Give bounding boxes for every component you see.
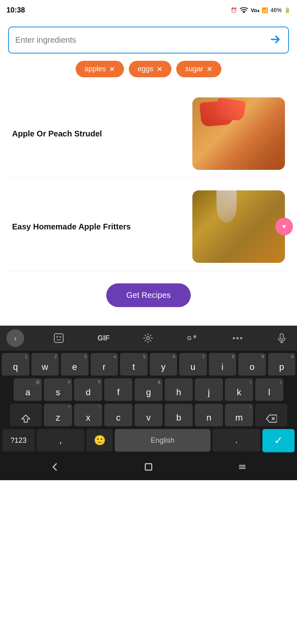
key-d[interactable]: ₹d [74,378,102,402]
key-g[interactable]: &g [134,378,163,402]
svg-rect-11 [145,464,152,470]
nav-home-button[interactable] [135,457,162,479]
key-t[interactable]: 5t [120,353,148,376]
key-n[interactable]: n [195,404,223,427]
get-recipes-button[interactable]: Get Recipes [106,283,191,307]
key-c[interactable]: c [104,404,132,427]
nav-back-icon [49,461,60,473]
key-m[interactable]: !m [225,404,253,427]
key-b[interactable]: b [165,404,193,427]
keyboard-translate-button[interactable]: G [183,330,203,346]
key-row-2: @a #s ₹d -f &g h j (k )l [2,378,295,402]
key-o[interactable]: 9o [238,353,266,376]
key-rows: 1q 2w 3e 4r 5t 6y 7u 8i 9o 0p @a #s ₹d -… [0,351,297,456]
fritters-image-placeholder [192,190,285,263]
svg-point-4 [147,337,150,340]
key-space[interactable]: English [115,429,210,452]
key-k[interactable]: (k [225,378,253,402]
floating-action-button[interactable]: ♥ [275,218,293,235]
tag-apples[interactable]: apples ✕ [76,61,124,77]
key-p[interactable]: 0p [268,353,296,376]
key-row-bottom: ?123 , 🙂 English . ✓ [2,429,295,452]
search-input[interactable] [15,35,269,45]
shift-icon [21,414,31,423]
key-x[interactable]: "x [74,404,102,427]
status-icons: ⏰ Vo₄ 📶 46% 🔋 [231,6,291,14]
key-e[interactable]: 3e [61,353,89,376]
nav-recent-icon [237,461,248,473]
backspace-icon [266,414,277,423]
recipe-card-2[interactable]: Easy Homemade Apple Fritters ♥ [8,182,289,271]
key-q[interactable]: 1q [2,353,29,376]
key-j[interactable]: j [195,378,223,402]
key-shift[interactable] [10,404,42,427]
gear-icon [143,333,153,343]
key-emoji[interactable]: 🙂 [87,429,113,452]
key-num-sym[interactable]: ?123 [2,429,35,452]
tag-eggs-label: eggs [138,65,153,73]
battery-text: 46% [270,7,282,13]
microphone-icon [277,333,287,343]
tag-sugar-label: sugar [185,65,203,73]
key-row-3: *z "x c v b n !m [2,404,295,427]
keyboard-emoji-panel-button[interactable] [50,330,68,346]
svg-point-0 [243,12,245,12]
key-f[interactable]: -f [104,378,132,402]
svg-rect-6 [280,334,283,339]
recipe-title-1: Apple Or Peach Strudel [12,128,102,139]
nav-home-icon [143,461,154,473]
app-content: apples ✕ eggs ✕ sugar ✕ Apple Or Peach S… [0,20,297,326]
tag-sugar[interactable]: sugar ✕ [176,61,221,77]
key-s[interactable]: #s [44,378,72,402]
key-h[interactable]: h [165,378,193,402]
tag-sugar-remove[interactable]: ✕ [206,66,212,73]
keyboard-toolbar: ‹ GIF G ••• [0,326,297,351]
translate-icon: G [187,333,199,343]
key-backspace[interactable] [255,404,287,427]
keyboard-back-button[interactable]: ‹ [6,329,24,347]
tag-apples-label: apples [85,65,106,73]
key-u[interactable]: 7u [179,353,207,376]
key-v[interactable]: v [134,404,163,427]
key-row-1: 1q 2w 3e 4r 5t 6y 7u 8i 9o 0p [2,353,295,376]
key-period[interactable]: . [212,429,260,452]
status-bar: 10:38 ⏰ Vo₄ 📶 46% 🔋 [0,0,297,20]
keyboard: ‹ GIF G ••• [0,326,297,456]
send-icon [269,33,282,46]
svg-rect-1 [54,334,63,343]
key-i[interactable]: 8i [209,353,237,376]
search-submit-button[interactable] [269,33,282,47]
keyboard-settings-button[interactable] [139,330,157,346]
battery-icon: 🔋 [284,7,291,13]
key-comma[interactable]: , [37,429,85,452]
key-y[interactable]: 6y [150,353,177,376]
network-icon: Vo₄ [251,7,259,13]
alarm-icon: ⏰ [231,7,237,13]
nav-back-button[interactable] [41,457,68,479]
tag-eggs[interactable]: eggs ✕ [129,61,171,77]
key-l[interactable]: )l [255,378,283,402]
gif-button[interactable]: GIF [93,332,113,345]
get-recipes-container: Get Recipes [8,275,289,319]
key-z[interactable]: *z [44,404,72,427]
key-check[interactable]: ✓ [262,429,295,452]
recipe-card-1[interactable]: Apple Or Peach Strudel [8,89,289,178]
keyboard-mic-button[interactable] [273,330,291,346]
svg-point-3 [60,336,61,338]
key-a[interactable]: @a [14,378,42,402]
key-w[interactable]: 2w [31,353,59,376]
wifi-icon [239,6,248,14]
status-time: 10:38 [6,6,25,14]
svg-point-2 [56,336,58,338]
svg-text:G: G [187,335,192,341]
recipe-image-2 [192,190,285,263]
recipe-image-1 [192,97,285,170]
search-container [8,27,289,54]
tag-apples-remove[interactable]: ✕ [109,66,115,73]
nav-recent-button[interactable] [229,457,256,479]
signal-icon: 📶 [262,7,268,13]
key-r[interactable]: 4r [91,353,118,376]
sticker-icon [54,333,64,343]
tag-eggs-remove[interactable]: ✕ [157,66,163,73]
keyboard-more-button[interactable]: ••• [229,331,248,345]
